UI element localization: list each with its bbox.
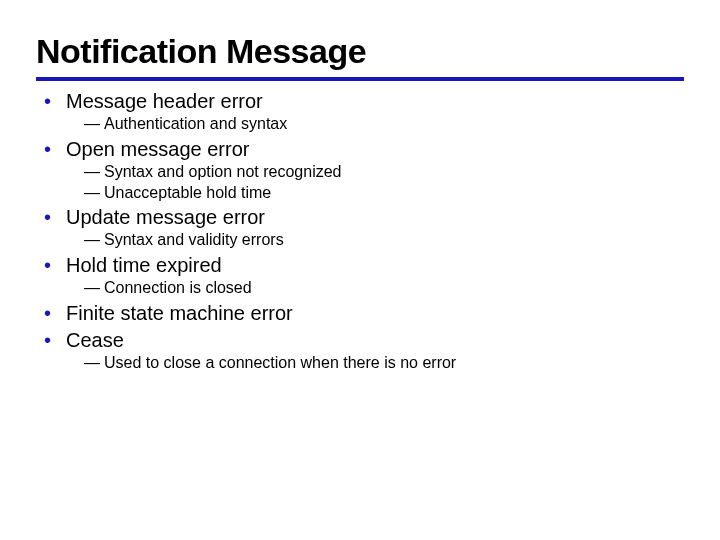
list-item: Open message error Syntax and option not… — [44, 137, 684, 204]
list-item-label: Finite state machine error — [66, 302, 293, 324]
sub-list: Authentication and syntax — [66, 114, 684, 135]
sub-list-item-label: Used to close a connection when there is… — [104, 354, 456, 371]
list-item-label: Hold time expired — [66, 254, 222, 276]
sub-list-item: Syntax and option not recognized — [84, 162, 684, 183]
sub-list: Used to close a connection when there is… — [66, 353, 684, 374]
sub-list-item: Connection is closed — [84, 278, 684, 299]
sub-list-item-label: Syntax and option not recognized — [104, 163, 342, 180]
sub-list: Syntax and validity errors — [66, 230, 684, 251]
sub-list-item: Used to close a connection when there is… — [84, 353, 684, 374]
list-item: Finite state machine error — [44, 301, 684, 326]
list-item: Update message error Syntax and validity… — [44, 205, 684, 251]
sub-list-item-label: Unacceptable hold time — [104, 184, 271, 201]
slide: Notification Message Message header erro… — [0, 0, 720, 540]
sub-list-item-label: Authentication and syntax — [104, 115, 287, 132]
sub-list-item: Authentication and syntax — [84, 114, 684, 135]
list-item-label: Cease — [66, 329, 124, 351]
list-item: Hold time expired Connection is closed — [44, 253, 684, 299]
list-item: Cease Used to close a connection when th… — [44, 328, 684, 374]
sub-list-item: Syntax and validity errors — [84, 230, 684, 251]
slide-title: Notification Message — [36, 32, 684, 77]
sub-list: Connection is closed — [66, 278, 684, 299]
sub-list-item-label: Connection is closed — [104, 279, 252, 296]
sub-list: Syntax and option not recognized Unaccep… — [66, 162, 684, 204]
list-item-label: Open message error — [66, 138, 249, 160]
list-item-label: Update message error — [66, 206, 265, 228]
sub-list-item-label: Syntax and validity errors — [104, 231, 284, 248]
sub-list-item: Unacceptable hold time — [84, 183, 684, 204]
title-underline — [36, 77, 684, 81]
list-item-label: Message header error — [66, 90, 263, 112]
list-item: Message header error Authentication and … — [44, 89, 684, 135]
bullet-list: Message header error Authentication and … — [36, 89, 684, 374]
